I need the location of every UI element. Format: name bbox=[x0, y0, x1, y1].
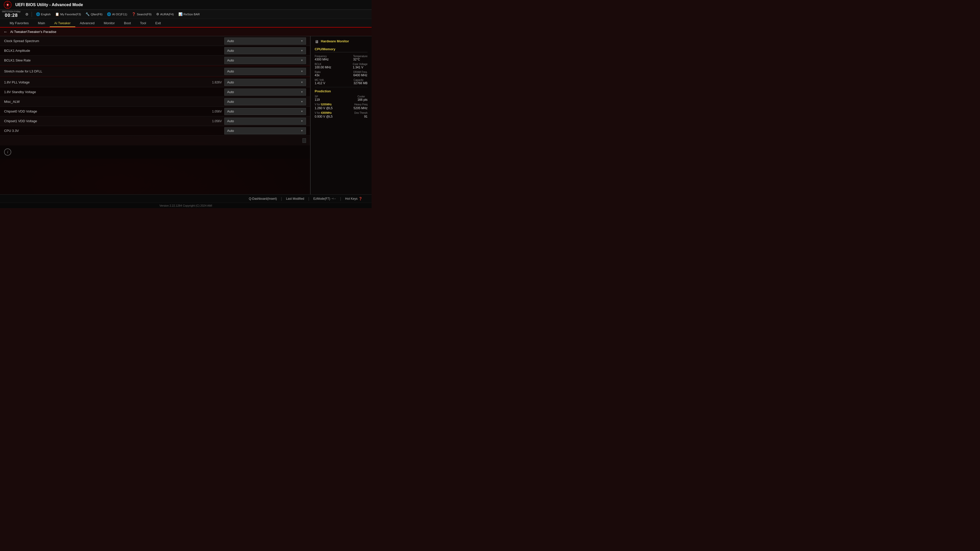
aioc-icon: 🌐 bbox=[107, 12, 111, 16]
toolbar-separator bbox=[32, 12, 32, 17]
setting-cpu-33v: CPU 3.3V Auto ▼ bbox=[0, 126, 310, 136]
ratio-value: 43x bbox=[315, 73, 321, 77]
settings-content: Clock Spread Spectrum Auto ▼ BCLK1 Ampli… bbox=[0, 36, 310, 194]
v-5205-volt-value: 1.260 V @L5 bbox=[315, 106, 332, 110]
setting-chipset1-vdd: Chipset1 VDD Voltage 1.056V Auto ▼ bbox=[0, 116, 310, 126]
last-modified-btn[interactable]: Last Modified bbox=[282, 197, 308, 200]
divider-1 bbox=[0, 66, 310, 66]
chipset1-vdd-dropdown[interactable]: Auto ▼ bbox=[224, 118, 306, 125]
hw-row-4300mhz: V for 4300MHz Dos Thresh 0.930 V @L5 91 bbox=[315, 111, 368, 118]
stretch-mode-label: Stretch mode for L3 DFLL bbox=[4, 69, 204, 73]
toolbar-aioc-btn[interactable]: 🌐 AI OC(F11) bbox=[105, 11, 129, 17]
setting-bclk1-slew-rate: BCLK1 Slew Rate Auto ▼ bbox=[0, 56, 310, 65]
dropdown-arrow: ▼ bbox=[301, 49, 303, 52]
mc-volt-value: 1.412 V bbox=[315, 81, 325, 85]
bclk1-slew-rate-dropdown[interactable]: Auto ▼ bbox=[224, 57, 306, 64]
hot-keys-icon: ❓ bbox=[359, 197, 363, 200]
v-for-5205-label: V for 5205MHz bbox=[315, 103, 332, 106]
bclk1-amplitude-label: BCLK1 Amplitude bbox=[4, 49, 204, 52]
dos-thresh-value: 91 bbox=[364, 115, 368, 118]
nav-ai-tweaker[interactable]: Ai Tweaker bbox=[50, 20, 75, 27]
hardware-monitor-title: Hardware Monitor bbox=[321, 39, 349, 44]
toolbar: 09/27/2024 Friday 00:28 ⚙ 🌐 English 📋 My… bbox=[0, 10, 372, 19]
nav-boot[interactable]: Boot bbox=[119, 20, 135, 27]
dropdown-arrow: ▼ bbox=[301, 100, 303, 103]
nav-exit[interactable]: Exit bbox=[151, 20, 165, 27]
chipset1-vdd-value: 1.056V bbox=[204, 119, 222, 123]
dram-freq-label: DRAM Freq. bbox=[353, 71, 368, 73]
info-button[interactable]: i bbox=[4, 148, 11, 156]
setting-misc-alw: Misc_ALW Auto ▼ bbox=[0, 97, 310, 106]
nav-monitor[interactable]: Monitor bbox=[99, 20, 119, 27]
chipset1-vdd-label: Chipset1 VDD Voltage bbox=[4, 119, 204, 123]
nav-advanced[interactable]: Advanced bbox=[75, 20, 99, 27]
toolbar-qfan-btn[interactable]: 🔧 Qfan(F6) bbox=[83, 11, 104, 17]
toolbar-search-btn[interactable]: ❓ Search(F9) bbox=[130, 11, 154, 17]
setting-chipset0-vdd: Chipset0 VDD Voltage 1.056V Auto ▼ bbox=[0, 106, 310, 116]
sp-value: 119 bbox=[315, 98, 320, 102]
info-area: i bbox=[0, 145, 310, 159]
nav-tool[interactable]: Tool bbox=[135, 20, 151, 27]
time-display: 00:28 bbox=[5, 13, 18, 18]
nav-my-favorites[interactable]: My Favorites bbox=[5, 20, 33, 27]
footer: Version 2.22.1284 Copyright (C) 2024 AMI bbox=[0, 203, 372, 208]
stretch-mode-dropdown[interactable]: Auto ▼ bbox=[224, 68, 306, 75]
bclk1-amplitude-dropdown[interactable]: Auto ▼ bbox=[224, 47, 306, 54]
toolbar-aura-btn[interactable]: ⚙ AURA(F4) bbox=[154, 11, 176, 17]
dropdown-arrow: ▼ bbox=[301, 70, 303, 73]
toolbar-english-btn[interactable]: 🌐 English bbox=[34, 11, 53, 17]
main-layout: Clock Spread Spectrum Auto ▼ BCLK1 Ampli… bbox=[0, 36, 372, 194]
cpu-memory-title: CPU/Memory bbox=[315, 47, 368, 52]
cpu-33v-label: CPU 3.3V bbox=[4, 129, 204, 133]
dropdown-arrow: ▼ bbox=[301, 40, 303, 42]
setting-clock-spread-spectrum: Clock Spread Spectrum Auto ▼ bbox=[0, 36, 310, 46]
cooler-label: Cooler bbox=[358, 95, 368, 98]
version-text: Version 2.22.1284 Copyright (C) 2024 AMI bbox=[159, 204, 212, 207]
v-for-4300-label: V for 4300MHz bbox=[315, 111, 332, 114]
mc-volt-label: MC Volt. bbox=[315, 79, 325, 81]
clock-spread-spectrum-dropdown[interactable]: Auto ▼ bbox=[224, 38, 306, 44]
dos-thresh-label: Dos Thresh bbox=[354, 111, 368, 114]
hw-col-bclk: BCLK 100.00 MHz bbox=[315, 63, 331, 69]
toolbar-myfavorite-btn[interactable]: 📋 My Favorite(F3) bbox=[53, 11, 83, 17]
hw-col-mc-volt: MC Volt. 1.412 V bbox=[315, 79, 325, 85]
misc-alw-dropdown[interactable]: Auto ▼ bbox=[224, 98, 306, 105]
setting-standby-voltage: 1.8V Standby Voltage Auto ▼ bbox=[0, 87, 310, 97]
hw-col-core-voltage: Core Voltage 1.341 V bbox=[353, 63, 368, 69]
hot-keys-btn[interactable]: Hot Keys ❓ bbox=[341, 197, 366, 200]
pll-voltage-dropdown[interactable]: Auto ▼ bbox=[224, 79, 306, 86]
qfan-icon: 🔧 bbox=[86, 12, 89, 16]
q-dashboard-btn[interactable]: Q-Dashboard(Insert) bbox=[245, 197, 281, 200]
hw-row-sp-cooler: SP 119 Cooler 166 pts bbox=[315, 95, 368, 102]
settings-gear-button[interactable]: ⚙ bbox=[24, 11, 30, 17]
page-title: UEFI BIOS Utility - Advanced Mode bbox=[15, 3, 369, 7]
heavy-freq-label: Heavy Freq bbox=[354, 103, 368, 106]
toolbar-resizebar-btn[interactable]: 📊 ReSize BAR bbox=[177, 11, 202, 17]
hw-col-temperature: Temperature 32°C bbox=[353, 55, 368, 61]
standby-voltage-label: 1.8V Standby Voltage bbox=[4, 90, 204, 94]
chipset0-vdd-label: Chipset0 VDD Voltage bbox=[4, 110, 204, 113]
hw-col-sp: SP 119 bbox=[315, 95, 320, 102]
back-button[interactable]: ← bbox=[3, 30, 8, 34]
scroll-indicator[interactable] bbox=[302, 138, 306, 143]
capacity-value: 32768 MB bbox=[353, 81, 368, 85]
capacity-label: Capacity bbox=[353, 79, 368, 81]
ez-mode-btn[interactable]: EzMode(F7) ⊣→ bbox=[309, 197, 340, 200]
statusbar: Q-Dashboard(Insert) | Last Modified | Ez… bbox=[0, 194, 372, 203]
hw-row-ratio-dram: Ratio 43x DRAM Freq. 6400 MHz bbox=[315, 71, 368, 77]
chipset0-vdd-dropdown[interactable]: Auto ▼ bbox=[224, 108, 306, 115]
dropdown-arrow: ▼ bbox=[301, 81, 303, 84]
dram-freq-value: 6400 MHz bbox=[353, 73, 368, 77]
hw-col-frequency: Frequency 4300 MHz bbox=[315, 55, 329, 61]
settings-list: Clock Spread Spectrum Auto ▼ BCLK1 Ampli… bbox=[0, 36, 310, 145]
hw-row-mc-capacity: MC Volt. 1.412 V Capacity 32768 MB bbox=[315, 79, 368, 85]
prediction-title: Prediction bbox=[315, 89, 368, 93]
rog-logo bbox=[3, 0, 12, 10]
standby-voltage-dropdown[interactable]: Auto ▼ bbox=[224, 89, 306, 96]
nav-main[interactable]: Main bbox=[33, 20, 49, 27]
cpu-33v-dropdown[interactable]: Auto ▼ bbox=[224, 127, 306, 135]
frequency-label: Frequency bbox=[315, 55, 329, 58]
v-4300-volt-value: 0.930 V @L5 bbox=[315, 115, 332, 118]
header: UEFI BIOS Utility - Advanced Mode bbox=[0, 0, 372, 10]
setting-bclk1-amplitude: BCLK1 Amplitude Auto ▼ bbox=[0, 46, 310, 56]
